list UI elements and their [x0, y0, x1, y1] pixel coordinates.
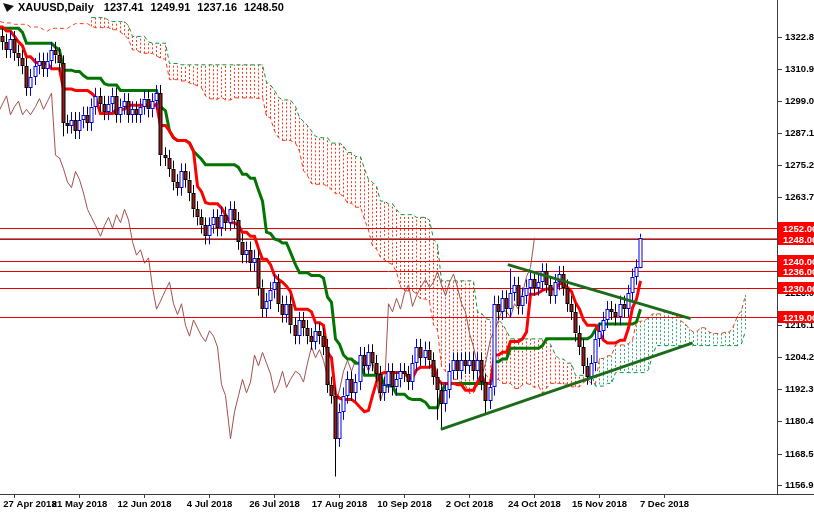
- mt4-chart-window: XAUUSD,Daily 1237.41 1249.91 1237.16 124…: [0, 0, 814, 514]
- price-chart-canvas[interactable]: [0, 0, 814, 514]
